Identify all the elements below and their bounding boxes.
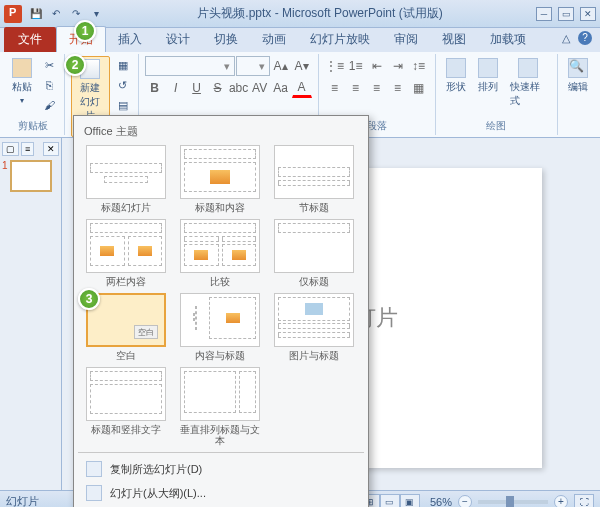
format-painter-icon[interactable]: 🖌 (40, 96, 58, 114)
zoom-value: 56% (430, 496, 452, 508)
char-spacing-icon[interactable]: AV (250, 78, 270, 98)
quick-styles-icon (518, 58, 538, 78)
tab-file[interactable]: 文件 (4, 27, 56, 52)
menu-duplicate-slides[interactable]: 复制所选幻灯片(D) (78, 457, 364, 481)
menu-from-outline[interactable]: 幻灯片(从大纲)(L)... (78, 481, 364, 505)
arrange-label: 排列 (478, 80, 498, 94)
quick-access-toolbar: 💾 ↶ ↷ ▾ (28, 6, 104, 22)
outline-panel-tab[interactable]: ≡ (21, 142, 34, 156)
arrange-icon (478, 58, 498, 78)
zoom-controls: 56% − + ⛶ (430, 494, 594, 508)
zoom-slider[interactable] (478, 500, 548, 504)
tab-transitions[interactable]: 切换 (202, 27, 250, 52)
app-icon (4, 5, 22, 23)
redo-icon[interactable]: ↷ (68, 6, 84, 22)
layout-title-only[interactable]: 仅标题 (270, 219, 358, 287)
underline-button[interactable]: U (187, 78, 207, 98)
tab-animations[interactable]: 动画 (250, 27, 298, 52)
quick-styles-label: 快速样式 (510, 80, 547, 108)
undo-icon[interactable]: ↶ (48, 6, 64, 22)
layout-picture-caption[interactable]: 图片与标题 (270, 293, 358, 361)
callout-1: 1 (74, 20, 96, 42)
justify-icon[interactable]: ≡ (388, 78, 408, 98)
layout-content-caption[interactable]: 内容与标题 (176, 293, 264, 361)
maximize-button[interactable]: ▭ (558, 7, 574, 21)
save-icon[interactable]: 💾 (28, 6, 44, 22)
tab-review[interactable]: 审阅 (382, 27, 430, 52)
tab-addins[interactable]: 加载项 (478, 27, 538, 52)
italic-button[interactable]: I (166, 78, 186, 98)
fit-window-button[interactable]: ⛶ (574, 494, 594, 508)
increase-indent-icon[interactable]: ⇥ (388, 56, 408, 76)
shapes-label: 形状 (446, 80, 466, 94)
qat-customize-icon[interactable]: ▾ (88, 6, 104, 22)
arrange-button[interactable]: 排列 (474, 56, 502, 96)
editing-label: 编辑 (568, 80, 588, 94)
paste-button[interactable]: 粘贴 ▾ (8, 56, 36, 107)
slide-thumbnail[interactable]: 1 (2, 160, 59, 192)
font-color-icon[interactable]: A (292, 78, 312, 98)
layout-two-content[interactable]: 两栏内容 (82, 219, 170, 287)
tab-slideshow[interactable]: 幻灯片放映 (298, 27, 382, 52)
gallery-header: Office 主题 (78, 120, 364, 143)
decrease-indent-icon[interactable]: ⇤ (367, 56, 387, 76)
line-spacing-icon[interactable]: ↕≡ (409, 56, 429, 76)
font-family-select[interactable]: ▾ (145, 56, 235, 76)
layout-gallery: Office 主题 标题幻灯片 标题和内容 节标题 两栏内容 比较 仅标题 空白… (73, 115, 369, 507)
align-left-icon[interactable]: ≡ (325, 78, 345, 98)
layout-title-slide[interactable]: 标题幻灯片 (82, 145, 170, 213)
group-drawing: 形状 排列 快速样式 绘图 (436, 54, 558, 135)
shapes-button[interactable]: 形状 (442, 56, 470, 96)
minimize-button[interactable]: ─ (536, 7, 552, 21)
decrease-font-icon[interactable]: A▾ (292, 56, 312, 76)
tab-view[interactable]: 视图 (430, 27, 478, 52)
group-clipboard: 粘贴 ▾ ✂ ⎘ 🖌 剪贴板 (2, 54, 65, 135)
window-title: 片头视频.pptx - Microsoft PowerPoint (试用版) (104, 5, 536, 22)
layout-comparison[interactable]: 比较 (176, 219, 264, 287)
layout-title-vertical-text[interactable]: 标题和竖排文字 (82, 367, 170, 446)
copy-icon[interactable]: ⎘ (40, 76, 58, 94)
close-button[interactable]: ✕ (580, 7, 596, 21)
chevron-down-icon: ▾ (20, 96, 24, 105)
help-icon[interactable]: ? (578, 31, 592, 45)
duplicate-icon (86, 461, 102, 477)
tab-design[interactable]: 设计 (154, 27, 202, 52)
align-right-icon[interactable]: ≡ (367, 78, 387, 98)
quick-styles-button[interactable]: 快速样式 (506, 56, 551, 110)
numbering-icon[interactable]: 1≡ (346, 56, 366, 76)
layout-icon[interactable]: ▦ (114, 56, 132, 74)
group-clipboard-label: 剪贴板 (8, 117, 58, 133)
strikethrough-button[interactable]: S (208, 78, 228, 98)
shadow-button[interactable]: abc (229, 78, 249, 98)
columns-icon[interactable]: ▦ (409, 78, 429, 98)
ribbon-minimize-icon[interactable]: △ (562, 32, 570, 45)
layout-vertical-title-text[interactable]: 垂直排列标题与文本 (176, 367, 264, 446)
slideshow-view-button[interactable]: ▣ (400, 494, 420, 508)
font-size-select[interactable]: ▾ (236, 56, 270, 76)
bullets-icon[interactable]: ⋮≡ (325, 56, 345, 76)
group-editing: 🔍 编辑 (558, 54, 598, 135)
shapes-icon (446, 58, 466, 78)
thumb-preview (10, 160, 52, 192)
zoom-out-button[interactable]: − (458, 495, 472, 508)
slides-panel-tab[interactable]: ▢ (2, 142, 19, 156)
bold-button[interactable]: B (145, 78, 165, 98)
thumbnail-panel: ▢ ≡ ✕ 1 (0, 138, 62, 490)
paste-icon (12, 58, 32, 78)
find-button[interactable]: 🔍 编辑 (564, 56, 592, 96)
panel-close-icon[interactable]: ✕ (43, 142, 59, 156)
cut-icon[interactable]: ✂ (40, 56, 58, 74)
layout-section-header[interactable]: 节标题 (270, 145, 358, 213)
reading-view-button[interactable]: ▭ (380, 494, 400, 508)
reset-icon[interactable]: ↺ (114, 76, 132, 94)
section-icon[interactable]: ▤ (114, 96, 132, 114)
tab-insert[interactable]: 插入 (106, 27, 154, 52)
increase-font-icon[interactable]: A▴ (271, 56, 291, 76)
layout-title-content[interactable]: 标题和内容 (176, 145, 264, 213)
change-case-icon[interactable]: Aa (271, 78, 291, 98)
group-drawing-label: 绘图 (442, 117, 551, 133)
zoom-in-button[interactable]: + (554, 495, 568, 508)
blank-badge: 空白 (134, 325, 158, 339)
callout-3: 3 (78, 288, 100, 310)
align-center-icon[interactable]: ≡ (346, 78, 366, 98)
